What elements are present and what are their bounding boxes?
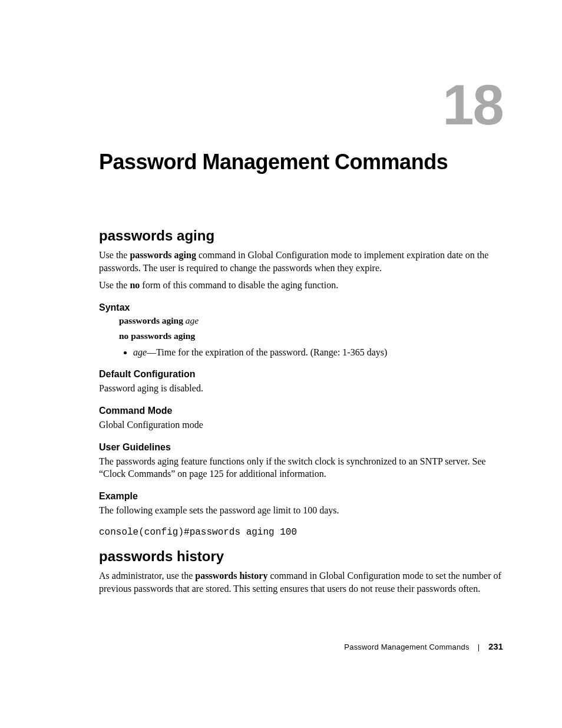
command-name: passwords history [195, 571, 267, 581]
syntax-line-1: passwords aging age [119, 315, 503, 326]
page-footer: Password Management Commands 231 [344, 642, 503, 651]
subhead-example: Example [99, 491, 503, 502]
chapter-title: Password Management Commands [99, 150, 503, 174]
keyword: no [130, 280, 140, 290]
syntax-param: age [186, 315, 199, 325]
parameter-item: age—Time for the expiration of the passw… [133, 346, 503, 359]
subhead-default-config: Default Configuration [99, 369, 503, 380]
page-number: 231 [488, 642, 503, 651]
user-guidelines-text: The passwords aging feature functions on… [99, 455, 503, 480]
example-text: The following example sets the password … [99, 504, 503, 517]
text: Use the [99, 280, 130, 290]
param-desc: —Time for the expiration of the password… [147, 347, 387, 357]
text: form of this command to disable the agin… [140, 280, 338, 290]
param-name: age [133, 347, 147, 357]
subhead-user-guidelines: User Guidelines [99, 442, 503, 453]
text: As administrator, use the [99, 571, 195, 581]
command-mode-text: Global Configuration mode [99, 419, 503, 431]
subhead-command-mode: Command Mode [99, 406, 503, 416]
default-config-text: Password aging is disabled. [99, 382, 503, 395]
footer-title: Password Management Commands [344, 643, 469, 651]
subhead-syntax: Syntax [99, 302, 503, 313]
command-name: passwords aging [130, 250, 196, 260]
section-heading-passwords-aging: passwords aging [99, 228, 503, 244]
paragraph-aging-intro: Use the passwords aging command in Globa… [99, 249, 503, 274]
section-heading-passwords-history: passwords history [99, 548, 503, 565]
parameter-list: age—Time for the expiration of the passw… [133, 346, 503, 359]
syntax-line-2: no passwords aging [119, 331, 503, 341]
text: Use the [99, 250, 130, 260]
syntax-command: passwords aging [119, 315, 186, 325]
paragraph-history-intro: As administrator, use the passwords hist… [99, 569, 503, 595]
example-code: console(config)#passwords aging 100 [99, 527, 503, 538]
footer-separator [478, 644, 479, 651]
paragraph-aging-noform: Use the no form of this command to disab… [99, 279, 503, 292]
document-page: 18 Password Management Commands password… [0, 0, 562, 728]
chapter-number: 18 [99, 77, 503, 133]
